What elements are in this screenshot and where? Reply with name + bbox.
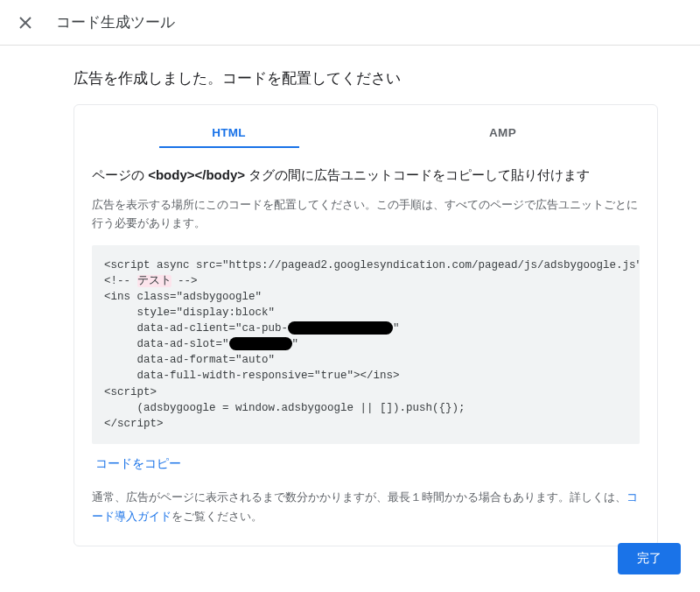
- code-line: <!--: [104, 275, 137, 287]
- code-block[interactable]: <script async src="https://pagead2.googl…: [92, 245, 640, 444]
- content-area: 広告を作成しました。コードを配置してください HTML AMP ページの <bo…: [0, 46, 700, 546]
- done-button[interactable]: 完了: [618, 543, 681, 574]
- code-line: style="display:block": [104, 307, 275, 319]
- code-line: <script>: [104, 386, 157, 398]
- card: HTML AMP ページの <body></body> タグの間に広告ユニットコ…: [74, 104, 658, 546]
- tab-amp[interactable]: AMP: [451, 116, 556, 148]
- footer-text: 通常、広告がページに表示されるまで数分かかりますが、最長１時間かかる場合もありま…: [92, 488, 640, 526]
- page-heading: 広告を作成しました。コードを配置してください: [74, 68, 658, 88]
- footer-text-after: をご覧ください。: [172, 510, 262, 523]
- section-heading-prefix: ページの: [92, 167, 148, 182]
- code-line-highlight: テスト: [137, 275, 172, 287]
- section-heading-tag: <body></body>: [148, 167, 245, 182]
- section-heading-suffix: タグの間に広告ユニットコードをコピーして貼り付けます: [245, 167, 590, 182]
- header-bar: コード生成ツール: [0, 0, 700, 46]
- code-line: <ins class="adsbygoogle": [104, 291, 262, 303]
- redacted-text: [229, 337, 292, 350]
- code-line: data-ad-client="ca-pub-: [104, 322, 288, 335]
- tabs: HTML AMP: [92, 116, 640, 148]
- code-line: data-ad-slot=": [104, 338, 229, 350]
- code-line: -->: [172, 275, 198, 287]
- footer-text-before: 通常、広告がページに表示されるまで数分かかりますが、最長１時間かかる場合もありま…: [92, 490, 626, 504]
- done-bar: 完了: [618, 543, 681, 574]
- code-line: <script async src="https://pagead2.googl…: [104, 259, 640, 271]
- section-heading: ページの <body></body> タグの間に広告ユニットコードをコピーして貼…: [92, 167, 640, 184]
- code-line: data-ad-format="auto": [104, 354, 275, 366]
- tab-html[interactable]: HTML: [177, 116, 282, 148]
- code-line: ": [393, 322, 400, 335]
- copy-code-link[interactable]: コードをコピー: [95, 456, 181, 472]
- section-description: 広告を表示する場所にこのコードを配置してください。この手順は、すべてのページで広…: [92, 196, 640, 233]
- header-title: コード生成ツール: [56, 12, 175, 32]
- code-line: (adsbygoogle = window.adsbygoogle || [])…: [104, 402, 466, 414]
- code-line: </script>: [104, 418, 164, 430]
- code-line: ": [292, 338, 299, 350]
- code-line: data-full-width-responsive="true"></ins>: [104, 370, 400, 382]
- close-icon[interactable]: [18, 15, 33, 31]
- redacted-text: [288, 321, 393, 335]
